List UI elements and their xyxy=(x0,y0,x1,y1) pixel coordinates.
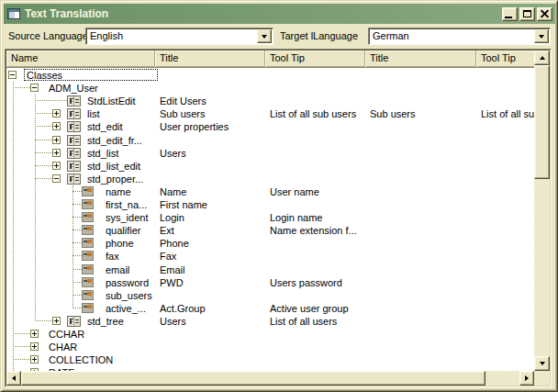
cell-title: Email xyxy=(155,263,265,276)
arrow-down-icon xyxy=(540,362,545,365)
form-icon xyxy=(67,316,81,327)
target-language-label: Target lLanguage xyxy=(280,30,358,41)
column-header-tooltip-2[interactable]: Tool Tip xyxy=(476,50,531,67)
tree-connector-stub xyxy=(73,295,82,296)
scroll-right-button[interactable] xyxy=(519,371,534,386)
tree-row-label: ADM_User xyxy=(49,82,98,95)
tree-row[interactable]: sub_users xyxy=(6,289,534,302)
maximize-button[interactable] xyxy=(519,7,535,21)
scroll-up-button[interactable] xyxy=(534,50,550,65)
tree-row[interactable]: nameNameUser name xyxy=(6,185,534,198)
tree-row-label: list xyxy=(87,107,99,120)
tree-row[interactable]: emailEmail xyxy=(6,263,534,276)
column-header-title-2[interactable]: Title xyxy=(365,50,476,67)
scroll-left-button[interactable] xyxy=(6,371,21,386)
tree-row[interactable]: listSub usersList of all sub usersSub us… xyxy=(6,107,534,120)
tree-row[interactable]: Classes xyxy=(6,69,534,82)
chevron-down-icon xyxy=(262,35,267,39)
window-title: Text Translation xyxy=(25,7,502,20)
expander-plus-icon[interactable] xyxy=(30,342,39,351)
expander-plus-icon[interactable] xyxy=(52,317,61,325)
tree-row[interactable]: std_editUser properties xyxy=(6,120,534,133)
form-icon xyxy=(67,174,81,185)
column-header-name[interactable]: Name xyxy=(6,50,155,67)
cell-title: Users xyxy=(155,147,265,160)
tree-row[interactable]: std_listUsers xyxy=(6,147,534,160)
tree-row[interactable]: qualifierExtName extension f... xyxy=(6,224,534,237)
minimize-button[interactable] xyxy=(502,7,518,21)
expander-plus-icon[interactable] xyxy=(52,149,61,157)
source-language-combobox[interactable]: English xyxy=(85,28,273,45)
target-language-dropdown-button[interactable] xyxy=(534,29,549,43)
column-header-tooltip[interactable]: Tool Tip xyxy=(265,50,365,67)
target-language-combobox[interactable]: German xyxy=(368,28,551,45)
cell-title: First name xyxy=(155,198,265,211)
tree-row[interactable]: phonePhone xyxy=(6,237,534,250)
arrow-right-icon xyxy=(525,375,529,381)
cell-title: Phone xyxy=(155,237,265,250)
vertical-scrollbar[interactable] xyxy=(534,50,550,371)
attribute-icon xyxy=(82,212,94,222)
cell-tooltip: Name extension f... xyxy=(265,224,365,237)
cell-title2: Sub users xyxy=(365,107,476,120)
tree-row[interactable]: faxFax xyxy=(6,250,534,263)
tree-row-label: std_edit xyxy=(87,120,123,133)
tree-table-body: ClassesADM_UserStdListEditEdit Userslist… xyxy=(6,69,534,371)
attribute-icon xyxy=(82,251,94,261)
tree-connector-stub xyxy=(73,204,82,205)
cell-title: User properties xyxy=(155,120,265,133)
tree-row-label: std_list_edit xyxy=(87,160,140,173)
tree-row[interactable]: std_treeUsersList of all users xyxy=(6,315,534,328)
expander-plus-icon[interactable] xyxy=(52,122,61,130)
tree-row[interactable]: std_list_edit xyxy=(6,160,534,173)
tree-row[interactable]: sys_identLoginLogin name xyxy=(6,211,534,224)
close-button[interactable] xyxy=(537,7,552,21)
expander-plus-icon[interactable] xyxy=(30,330,39,338)
tree-connector-stub xyxy=(73,242,82,243)
expander-plus-icon[interactable] xyxy=(52,162,61,170)
expander-plus-icon[interactable] xyxy=(30,355,39,364)
form-icon xyxy=(67,108,81,119)
tree-row-label: CCHAR xyxy=(49,328,84,341)
tree-row[interactable]: ADM_User xyxy=(6,82,534,95)
expander-minus-icon[interactable] xyxy=(52,174,61,183)
source-language-dropdown-button[interactable] xyxy=(257,29,272,43)
tree-row[interactable]: CCHAR xyxy=(6,328,534,341)
horizontal-scrollbar[interactable] xyxy=(6,371,534,386)
tree-row-label: sys_ident xyxy=(106,211,148,224)
tree-row[interactable]: first_na...First name xyxy=(6,198,534,211)
cell-title: Login xyxy=(155,211,265,224)
scroll-down-button[interactable] xyxy=(534,356,550,371)
tree-connector-stub xyxy=(73,282,82,283)
cell-title: Edit Users xyxy=(155,95,265,107)
tree-row-label: email xyxy=(106,263,129,276)
cell-title: Fax xyxy=(155,250,265,263)
target-language-value: German xyxy=(373,29,533,43)
column-header-title[interactable]: Title xyxy=(155,50,265,67)
expander-plus-icon[interactable] xyxy=(52,109,61,118)
horizontal-scrollbar-thumb[interactable] xyxy=(21,371,485,386)
tree-row[interactable]: StdListEditEdit Users xyxy=(6,95,534,107)
tree-connector-stub xyxy=(13,333,30,334)
form-icon xyxy=(67,121,81,132)
expander-minus-icon[interactable] xyxy=(8,71,17,79)
tree-connector-stub xyxy=(35,152,52,153)
attribute-icon xyxy=(82,225,94,235)
window-icon xyxy=(7,8,20,19)
expander-minus-icon[interactable] xyxy=(30,84,39,92)
tree-row-label: std_list xyxy=(87,147,118,160)
tree-row[interactable]: std_proper... xyxy=(6,173,534,185)
vertical-scrollbar-thumb[interactable] xyxy=(534,65,550,179)
tree-row-label: fax xyxy=(106,250,119,263)
tree-row-label: active_... xyxy=(106,302,146,315)
tree-row-label: password xyxy=(106,276,149,289)
tree-row[interactable]: CHAR xyxy=(6,341,534,353)
tree-row[interactable]: active_...Act.GroupActive user group xyxy=(6,302,534,315)
tree-connector-stub xyxy=(13,87,30,88)
tree-row[interactable]: std_edit_fr... xyxy=(6,134,534,147)
tree-row[interactable]: COLLECTION xyxy=(6,353,534,366)
tree-connector-stub xyxy=(13,359,30,360)
tree-row[interactable]: passwordPWDUsers password xyxy=(6,276,534,289)
expander-plus-icon[interactable] xyxy=(52,136,61,144)
titlebar[interactable]: Text Translation xyxy=(4,4,555,24)
